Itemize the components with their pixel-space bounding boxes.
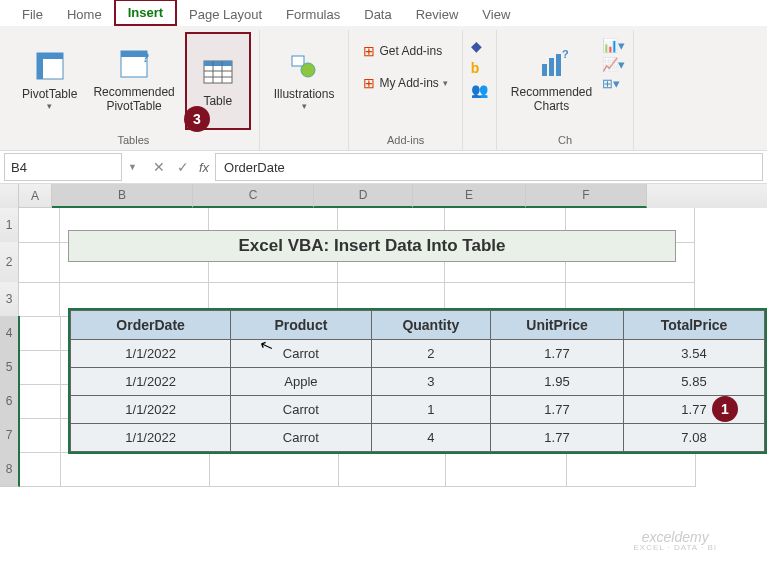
chart-type-icon[interactable]: ⊞▾ bbox=[602, 76, 625, 91]
table-cell[interactable]: Carrot bbox=[231, 340, 371, 368]
shapes-icon bbox=[288, 47, 320, 85]
ribbon: PivotTable ▾ ? Recommended PivotTable Ta… bbox=[0, 26, 767, 151]
fx-icon[interactable]: fx bbox=[199, 160, 215, 175]
row-header-2[interactable]: 2 bbox=[0, 242, 19, 283]
chevron-down-icon[interactable]: ▼ bbox=[122, 162, 143, 172]
table-cell[interactable]: 1.77 bbox=[491, 340, 624, 368]
tab-data[interactable]: Data bbox=[352, 3, 403, 26]
step-badge-1: 1 bbox=[712, 396, 738, 422]
svg-rect-7 bbox=[204, 61, 232, 66]
select-all-corner[interactable] bbox=[0, 184, 19, 209]
table-row[interactable]: 1/1/2022Carrot41.777.08 bbox=[71, 424, 765, 452]
cell[interactable] bbox=[20, 384, 61, 419]
table-cell[interactable]: 1.77 bbox=[624, 396, 765, 424]
row-header-4[interactable]: 4 bbox=[0, 316, 20, 351]
bing-icon[interactable]: b bbox=[471, 60, 480, 76]
tab-view[interactable]: View bbox=[470, 3, 522, 26]
tab-file[interactable]: File bbox=[10, 3, 55, 26]
visio-icon[interactable]: ◆ bbox=[471, 38, 482, 54]
table-row[interactable]: 1/1/2022Carrot21.773.54 bbox=[71, 340, 765, 368]
cell[interactable] bbox=[19, 208, 60, 243]
col-header-F[interactable]: F bbox=[526, 184, 647, 208]
get-addins-button[interactable]: ⊞ Get Add-ins bbox=[357, 40, 448, 62]
table-cell[interactable]: 3.54 bbox=[624, 340, 765, 368]
row-header-6[interactable]: 6 bbox=[0, 384, 20, 419]
table-cell[interactable]: 1/1/2022 bbox=[71, 396, 231, 424]
svg-text:?: ? bbox=[562, 48, 568, 60]
table-header[interactable]: Product bbox=[231, 311, 371, 340]
cell[interactable] bbox=[61, 452, 210, 487]
col-header-B[interactable]: B bbox=[52, 184, 193, 208]
table-cell[interactable]: Carrot bbox=[231, 424, 371, 452]
enter-icon[interactable]: ✓ bbox=[177, 159, 189, 175]
worksheet[interactable]: ABCDEF 12345678 Excel VBA: Insert Data I… bbox=[0, 184, 767, 486]
sheet-title-cell[interactable]: Excel VBA: Insert Data Into Table bbox=[68, 230, 676, 262]
cell[interactable] bbox=[19, 242, 60, 283]
row-header-3[interactable]: 3 bbox=[0, 282, 19, 317]
illustrations-button[interactable]: Illustrations ▾ bbox=[268, 32, 341, 126]
row-header-7[interactable]: 7 bbox=[0, 418, 20, 453]
pivottable-button[interactable]: PivotTable ▾ bbox=[16, 32, 83, 126]
recommended-pivot-button[interactable]: ? Recommended PivotTable bbox=[87, 32, 180, 126]
svg-rect-14 bbox=[542, 64, 547, 76]
tab-page-layout[interactable]: Page Layout bbox=[177, 3, 274, 26]
cancel-icon[interactable]: ✕ bbox=[153, 159, 165, 175]
table-cell[interactable]: 1/1/2022 bbox=[71, 424, 231, 452]
chart-type-icon[interactable]: 📊▾ bbox=[602, 38, 625, 53]
table-cell[interactable]: 1 bbox=[371, 396, 490, 424]
name-box[interactable]: B4 bbox=[4, 153, 122, 181]
col-header-E[interactable]: E bbox=[413, 184, 526, 208]
chart-icon: ? bbox=[536, 45, 568, 83]
cell[interactable] bbox=[339, 452, 446, 487]
col-header-A[interactable]: A bbox=[19, 184, 52, 208]
tab-formulas[interactable]: Formulas bbox=[274, 3, 352, 26]
table-row[interactable]: 1/1/2022Carrot11.771.77 bbox=[71, 396, 765, 424]
recommended-charts-button[interactable]: ? Recommended Charts bbox=[505, 32, 598, 126]
group-charts-label: Ch bbox=[505, 134, 625, 148]
tab-review[interactable]: Review bbox=[404, 3, 471, 26]
cell[interactable] bbox=[20, 316, 61, 351]
table-cell[interactable]: 5.85 bbox=[624, 368, 765, 396]
table-header[interactable]: OrderDate bbox=[71, 311, 231, 340]
group-tables-label: Tables bbox=[16, 134, 251, 148]
cell[interactable] bbox=[20, 418, 61, 453]
table-cell[interactable]: 1.95 bbox=[491, 368, 624, 396]
table-cell[interactable]: 2 bbox=[371, 340, 490, 368]
cell[interactable] bbox=[20, 452, 61, 487]
cell[interactable] bbox=[210, 452, 339, 487]
table-cell[interactable]: 3 bbox=[371, 368, 490, 396]
group-addins: ⊞ Get Add-ins ⊞ My Add-ins ▾ Add-ins bbox=[349, 30, 462, 150]
col-header-D[interactable]: D bbox=[314, 184, 413, 208]
table-header[interactable]: TotalPrice bbox=[624, 311, 765, 340]
col-header-C[interactable]: C bbox=[193, 184, 314, 208]
cell[interactable] bbox=[20, 350, 61, 385]
row-header-1[interactable]: 1 bbox=[0, 208, 19, 243]
formula-input[interactable]: OrderDate bbox=[215, 153, 763, 181]
tab-home[interactable]: Home bbox=[55, 3, 114, 26]
table-cell[interactable]: Carrot bbox=[231, 396, 371, 424]
table-cell[interactable]: 1/1/2022 bbox=[71, 340, 231, 368]
chart-type-icon[interactable]: 📈▾ bbox=[602, 57, 625, 72]
table-cell[interactable]: 4 bbox=[371, 424, 490, 452]
table-cell[interactable]: 7.08 bbox=[624, 424, 765, 452]
recommended-pivot-icon: ? bbox=[118, 45, 150, 83]
row-header-5[interactable]: 5 bbox=[0, 350, 20, 385]
my-addins-button[interactable]: ⊞ My Add-ins ▾ bbox=[357, 72, 453, 94]
table-cell[interactable]: Apple bbox=[231, 368, 371, 396]
people-icon[interactable]: 👥 bbox=[471, 82, 488, 98]
chevron-down-icon: ▾ bbox=[47, 101, 52, 111]
table-header[interactable]: Quantity bbox=[371, 311, 490, 340]
cell[interactable] bbox=[19, 282, 60, 317]
cell[interactable] bbox=[446, 452, 567, 487]
addins-icon: ⊞ bbox=[363, 75, 375, 91]
table-cell[interactable]: 1.77 bbox=[491, 396, 624, 424]
table-row[interactable]: 1/1/2022Apple31.955.85 bbox=[71, 368, 765, 396]
table-cell[interactable]: 1/1/2022 bbox=[71, 368, 231, 396]
selected-range[interactable]: OrderDateProductQuantityUnitPriceTotalPr… bbox=[68, 308, 767, 454]
table-icon bbox=[202, 54, 234, 92]
tab-insert[interactable]: Insert bbox=[114, 0, 177, 26]
table-header[interactable]: UnitPrice bbox=[491, 311, 624, 340]
table-cell[interactable]: 1.77 bbox=[491, 424, 624, 452]
row-header-8[interactable]: 8 bbox=[0, 452, 20, 487]
cell[interactable] bbox=[567, 452, 696, 487]
